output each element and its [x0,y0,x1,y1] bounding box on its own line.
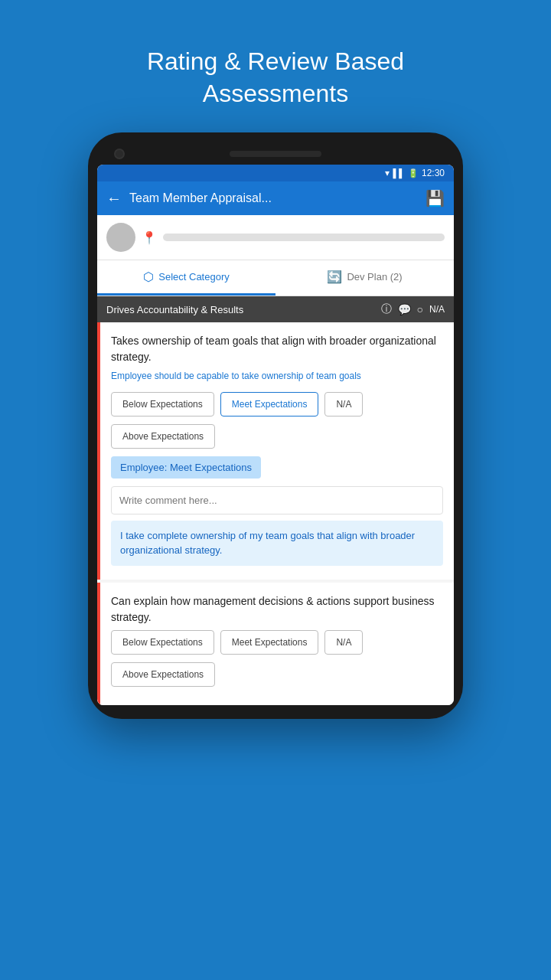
dev-plan-icon: 🔄 [327,270,342,284]
section-header: Drives Accountability & Results ⓘ 💬 ○ N/… [97,296,454,322]
profile-bar [163,234,445,241]
status-time: 12:30 [422,168,445,178]
assessment-card-1: Takes ownership of team goals that align… [97,322,454,580]
na-btn-2[interactable]: N/A [324,630,363,655]
meet-expectations-btn-2[interactable]: Meet Expectations [220,630,319,655]
section-header-title: Drives Accountability & Results [106,304,375,315]
wifi-icon: ▾ [385,168,390,178]
phone-screen: ▾ ▌▌ 🔋 12:30 ← Team Member Appraisal... … [97,165,454,705]
below-expectations-btn-1[interactable]: Below Expectations [111,392,214,416]
status-bar: ▾ ▌▌ 🔋 12:30 [97,165,454,181]
status-icons: ▾ ▌▌ 🔋 12:30 [385,168,445,178]
rating-buttons-1b: Above Expectations [111,424,443,449]
comment-text-1: I take complete ownership of my team goa… [111,521,443,566]
phone-camera [114,149,125,159]
assessment-2-text: Can explain how management decisions & a… [111,593,443,626]
na-btn-1[interactable]: N/A [324,392,363,416]
app-bar: ← Team Member Appraisal... 💾 [97,181,454,215]
below-expectations-btn-2[interactable]: Below Expectations [111,630,214,655]
info-icon[interactable]: ⓘ [381,302,392,316]
above-expectations-btn-2[interactable]: Above Expectations [111,662,215,687]
signal-icon: ▌▌ [393,168,405,178]
tab-bar: ⬡ Select Category 🔄 Dev Plan (2) [97,260,454,296]
app-bar-title: Team Member Appraisal... [129,191,418,205]
location-icon: 📍 [142,230,157,245]
tab-select-category[interactable]: ⬡ Select Category [97,260,276,296]
select-category-icon: ⬡ [143,270,154,284]
page-title: Rating & Review Based Assessments [86,46,465,109]
profile-row: 📍 [97,215,454,260]
assessment-card-2: Can explain how management decisions & a… [97,583,454,705]
assessment-1-text: Takes ownership of team goals that align… [111,333,443,365]
na-label: N/A [429,304,445,315]
tab-dev-plan[interactable]: 🔄 Dev Plan (2) [276,260,454,296]
avatar [106,223,135,252]
phone-top-bar [97,146,454,165]
comment-icon[interactable]: 💬 [398,303,411,315]
battery-icon: 🔋 [408,168,419,178]
circle-icon: ○ [417,303,423,315]
comment-input-1[interactable] [111,486,443,514]
phone-speaker [230,151,321,157]
rating-buttons-2: Below Expectations Meet Expectations N/A [111,630,443,655]
rating-buttons-2b: Above Expectations [111,662,443,687]
tab-dev-plan-label: Dev Plan (2) [347,271,402,283]
tab-select-category-label: Select Category [158,271,230,283]
above-expectations-btn-1[interactable]: Above Expectations [111,424,215,449]
assessment-1-subtext: Employee should be capable to take owner… [111,370,443,383]
employee-badge-1: Employee: Meet Expectations [111,456,261,479]
meet-expectations-btn-1[interactable]: Meet Expectations [220,392,319,416]
save-button[interactable]: 💾 [425,189,445,207]
back-button[interactable]: ← [106,190,122,207]
rating-buttons-1: Below Expectations Meet Expectations N/A [111,392,443,416]
phone-frame: ▾ ▌▌ 🔋 12:30 ← Team Member Appraisal... … [88,132,463,719]
